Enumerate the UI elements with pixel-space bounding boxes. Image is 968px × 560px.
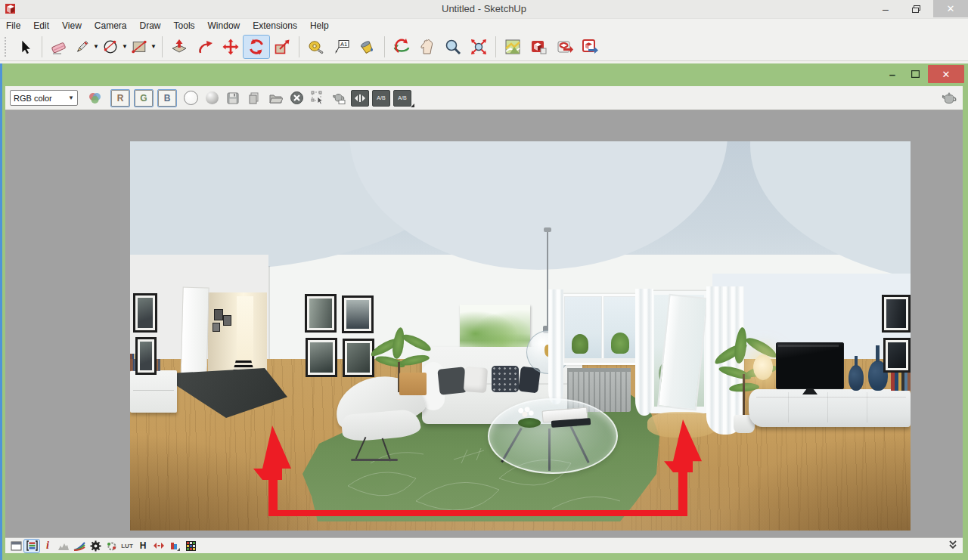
color-mode-value: RGB color <box>14 94 52 103</box>
lut-icon[interactable]: LUT <box>119 540 135 552</box>
ab-compare-label: A/B <box>398 95 406 101</box>
menu-extensions[interactable]: Extensions <box>253 20 297 31</box>
tape-measure-tool-icon[interactable] <box>303 36 329 58</box>
channel-r-label: R <box>117 93 124 104</box>
menu-edit[interactable]: Edit <box>33 20 49 31</box>
viewer-titlebar: – ✕ <box>0 63 968 86</box>
channel-g-button[interactable]: G <box>135 90 153 107</box>
gear-icon[interactable] <box>88 540 103 552</box>
corner-arrow-icon <box>411 104 414 107</box>
select-move-icon[interactable] <box>309 89 327 107</box>
menubar: File Edit View Camera Draw Tools Window … <box>0 19 968 32</box>
menu-view[interactable]: View <box>62 20 82 31</box>
channel-b-button[interactable]: B <box>158 90 176 107</box>
pano-pillow-white <box>464 367 488 393</box>
pano-vase-small <box>849 365 864 391</box>
console-divider <box>867 392 867 422</box>
text-tool-icon[interactable]: A1 <box>329 36 355 58</box>
render-teapot-icon[interactable] <box>330 89 348 107</box>
sphere-shaded-icon[interactable] <box>203 89 221 107</box>
minimize-button[interactable]: – <box>873 0 898 17</box>
histogram-icon[interactable] <box>56 540 71 552</box>
copy-icon[interactable] <box>245 89 263 107</box>
line-tool-dropdown-icon[interactable]: ▼ <box>92 36 101 58</box>
menu-window[interactable]: Window <box>208 20 240 31</box>
eraser-tool-icon[interactable] <box>46 36 72 58</box>
teapot-icon[interactable] <box>940 89 958 107</box>
zoom-tool-icon[interactable] <box>440 36 466 58</box>
window-edge <box>0 63 2 560</box>
arc-tool-icon[interactable] <box>101 36 120 58</box>
main-toolbar: ▼ ▼ ▼ A1 <box>0 32 968 61</box>
close-button[interactable]: ✕ <box>933 0 968 17</box>
chair-seat <box>341 409 422 443</box>
menu-camera[interactable]: Camera <box>95 20 127 31</box>
compare-slider-icon[interactable] <box>351 90 369 107</box>
annotation-connector-line <box>268 510 687 516</box>
viewer-canvas[interactable] <box>5 110 963 538</box>
orbit-tool-icon[interactable] <box>389 36 414 58</box>
gear-color-icon[interactable] <box>104 540 119 552</box>
viewer-toolbar: RGB color▼ R G B A/B A/B <box>5 86 963 110</box>
tv-reflection <box>778 345 839 347</box>
panorama-image[interactable] <box>130 141 911 531</box>
3d-warehouse-icon[interactable] <box>526 36 551 58</box>
rotate-tool-icon[interactable] <box>244 36 269 58</box>
pano-pillow-dark <box>437 367 467 395</box>
open-folder-icon[interactable] <box>266 89 284 107</box>
color-bars-icon[interactable] <box>167 540 182 552</box>
rectangle-tool-icon[interactable] <box>129 36 149 58</box>
color-mode-select[interactable]: RGB color▼ <box>10 90 78 106</box>
menu-file[interactable]: File <box>6 20 20 31</box>
channel-r-button[interactable]: R <box>111 90 129 107</box>
move-tool-icon[interactable] <box>218 36 244 58</box>
select-tool-icon[interactable] <box>12 36 38 58</box>
pixel-grid-icon[interactable] <box>183 540 198 552</box>
sideboard-drawer-line <box>133 390 174 391</box>
extension-warehouse-icon[interactable] <box>577 36 603 58</box>
pano-lamp-mount <box>544 227 551 232</box>
pano-wall-frame <box>135 337 157 375</box>
windowsill-plant <box>611 333 629 354</box>
info-icon[interactable]: i <box>40 540 55 552</box>
pano-wall-corner <box>268 266 270 372</box>
push-pull-tool-icon[interactable] <box>166 36 192 58</box>
red-arrows-icon[interactable] <box>151 540 166 552</box>
sphere-outline-icon[interactable] <box>182 89 200 107</box>
zoom-extents-tool-icon[interactable] <box>466 36 492 58</box>
pano-tv <box>776 342 844 389</box>
hallway-frame <box>214 309 223 320</box>
gradient-curves-icon[interactable] <box>72 540 87 552</box>
window-icon[interactable] <box>8 540 23 552</box>
menu-draw[interactable]: Draw <box>140 20 161 31</box>
geo-location-icon[interactable] <box>500 36 526 58</box>
scale-tool-icon[interactable] <box>269 36 295 58</box>
channel-b-label: B <box>164 93 171 104</box>
viewer-maximize-button[interactable] <box>904 65 926 83</box>
viewer-close-button[interactable]: ✕ <box>928 65 964 83</box>
close-circle-icon[interactable] <box>287 89 306 107</box>
menu-help[interactable]: Help <box>310 20 329 31</box>
line-tool-icon[interactable] <box>72 36 92 58</box>
pano-media-console <box>749 389 911 427</box>
collapse-chevrons-icon[interactable] <box>948 540 958 551</box>
console-divider <box>788 392 789 422</box>
radiator-top <box>567 368 631 372</box>
h-letter-icon[interactable]: H <box>135 540 150 552</box>
pan-tool-icon[interactable] <box>414 36 440 58</box>
ab-compare-menu-icon[interactable]: A/B <box>393 90 411 107</box>
channels-icon[interactable] <box>24 540 39 552</box>
save-icon[interactable] <box>224 89 242 107</box>
follow-me-tool-icon[interactable] <box>192 36 218 58</box>
rectangle-tool-dropdown-icon[interactable]: ▼ <box>149 36 158 58</box>
viewer-minimize-button[interactable]: – <box>881 65 904 83</box>
restore-button[interactable] <box>903 0 929 17</box>
toolbar-grip[interactable] <box>5 37 9 57</box>
pano-curtain <box>635 289 653 416</box>
paint-bucket-tool-icon[interactable] <box>355 36 380 58</box>
rgb-circles-icon[interactable] <box>85 89 104 107</box>
menu-tools[interactable]: Tools <box>174 20 195 31</box>
ab-compare-icon[interactable]: A/B <box>372 90 390 107</box>
share-model-icon[interactable] <box>551 36 577 58</box>
arc-tool-dropdown-icon[interactable]: ▼ <box>120 36 129 58</box>
